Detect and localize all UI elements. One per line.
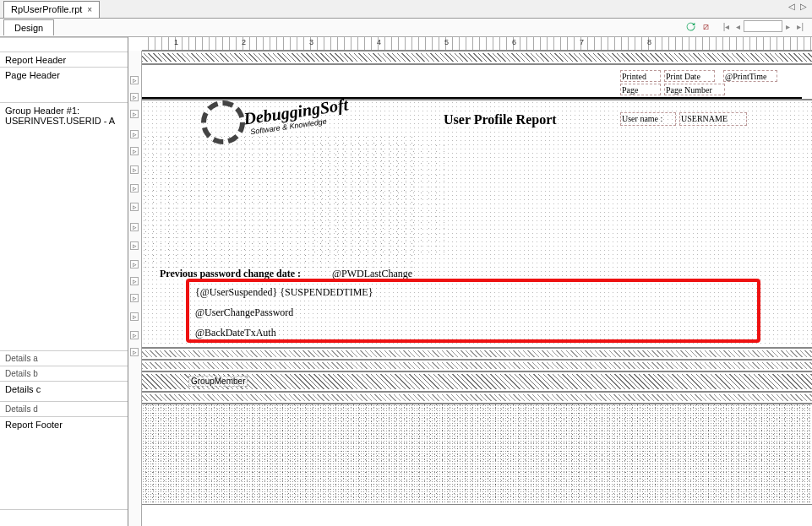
field-user-suspended[interactable]: {@UserSuspended} {SUSPENDEDTIME} — [194, 286, 373, 299]
section-sidebar: Report Header Page Header Group Header #… — [0, 37, 128, 526]
tab-prev-icon[interactable]: ◁ — [787, 2, 797, 11]
tab-nav: ◁ ▷ — [787, 2, 809, 11]
band-details-a[interactable] — [142, 348, 812, 360]
field-print-time[interactable]: @PrintTime — [723, 70, 777, 82]
band-page-header[interactable]: Printed Print Date @PrintTime Page Page … — [142, 64, 812, 100]
nav-last-icon[interactable]: ▸| — [793, 22, 807, 31]
sidebar-report-footer[interactable]: Report Footer — [0, 417, 128, 510]
horizontal-ruler[interactable]: 1 2 3 4 5 6 7 8 — [142, 37, 812, 51]
design-canvas-wrap: 1 2 3 4 5 6 7 8 ▹ ▹ ▹ ▹ ▹ ▹ ▹ ▹ ▹ ▹ ▹ ▹ … — [128, 37, 812, 526]
expand-icon[interactable]: ▹ — [130, 277, 139, 285]
expand-icon[interactable]: ▹ — [130, 223, 139, 231]
field-username-value[interactable]: USERNAME — [679, 112, 747, 126]
refresh-icon[interactable] — [684, 19, 698, 33]
field-page-label[interactable]: Page — [620, 84, 661, 95]
sidebar-details-c[interactable]: Details c — [0, 382, 128, 402]
band-group-header[interactable]: DebuggingSoft Software & Knowledge User … — [142, 100, 812, 348]
sidebar-report-header[interactable]: Report Header — [0, 52, 128, 68]
expand-icon[interactable]: ▹ — [130, 241, 139, 250]
expand-icon[interactable]: ▹ — [130, 294, 139, 302]
expand-icon[interactable]: ▹ — [130, 76, 139, 84]
sidebar-details-a[interactable]: Details a — [0, 351, 128, 366]
field-user-change-password[interactable]: @UserChangePassword — [194, 306, 294, 319]
preview-toolbar: ⧄ |◂ ◂ ▸ ▸| — [684, 19, 807, 33]
expand-icon[interactable]: ▹ — [130, 203, 139, 211]
page-number-input[interactable] — [744, 20, 782, 32]
line-object[interactable] — [142, 97, 802, 99]
expand-icon[interactable]: ▹ — [130, 260, 139, 268]
expand-icon[interactable]: ▹ — [130, 184, 139, 193]
field-print-date[interactable]: Print Date — [664, 70, 715, 82]
ruler-tick: 7 — [580, 38, 584, 46]
expand-icon[interactable]: ▹ — [130, 130, 139, 138]
expand-icon[interactable]: ▹ — [130, 147, 139, 155]
field-report-title[interactable]: User Profile Report — [443, 112, 558, 127]
tab-next-icon[interactable]: ▷ — [798, 2, 809, 11]
ruler-tick: 8 — [647, 38, 651, 46]
mode-tab-design[interactable]: Design — [3, 19, 54, 35]
nav-prev-icon[interactable]: ◂ — [733, 22, 744, 31]
band-report-footer[interactable] — [142, 404, 812, 505]
band-details-c[interactable]: GroupMember — [142, 371, 812, 392]
sidebar-details-d[interactable]: Details d — [0, 402, 128, 417]
sidebar-corner — [0, 37, 128, 52]
vertical-ruler[interactable]: ▹ ▹ ▹ ▹ ▹ ▹ ▹ ▹ ▹ ▹ ▹ ▹ ▹ ▹ ▹ ▹ — [128, 51, 142, 526]
noise-region — [311, 143, 446, 252]
close-icon[interactable]: × — [87, 5, 92, 14]
sidebar-page-header[interactable]: Page Header — [0, 68, 128, 103]
expand-icon[interactable]: ▹ — [130, 348, 139, 356]
ruler-tick: 3 — [309, 38, 313, 46]
expand-icon[interactable]: ▹ — [130, 312, 139, 321]
ruler-tick: 6 — [512, 38, 516, 46]
noise-region — [142, 404, 812, 506]
expand-icon[interactable]: ▹ — [130, 110, 139, 118]
band-details-b[interactable] — [142, 360, 812, 371]
nav-first-icon[interactable]: |◂ — [720, 22, 733, 31]
field-page-number[interactable]: Page Number — [664, 84, 725, 95]
field-printed-label[interactable]: Printed — [620, 70, 661, 82]
tab-filename: RpUserProfile.rpt — [11, 4, 82, 14]
document-tab-bar: RpUserProfile.rpt × ◁ ▷ — [0, 0, 812, 19]
band-report-header[interactable] — [142, 51, 812, 64]
field-username-label[interactable]: User name : — [620, 112, 676, 126]
mode-toolbar: Design ⧄ |◂ ◂ ▸ ▸| — [0, 19, 812, 37]
ruler-tick: 2 — [242, 38, 246, 46]
logo-gear-icon — [201, 100, 245, 144]
expand-icon[interactable]: ▹ — [130, 331, 139, 339]
band-details-d[interactable] — [142, 392, 812, 404]
field-backdate-tx-auth[interactable]: @BackDateTxAuth — [194, 327, 277, 339]
sidebar-group-header[interactable]: Group Header #1: USERINVEST.USERID - A — [0, 103, 128, 351]
ruler-tick: 1 — [174, 38, 178, 46]
design-canvas[interactable]: Printed Print Date @PrintTime Page Page … — [142, 51, 812, 526]
document-tab[interactable]: RpUserProfile.rpt × — [3, 1, 100, 18]
field-group-member[interactable]: GroupMember — [188, 376, 248, 387]
stop-icon[interactable]: ⧄ — [700, 19, 713, 33]
ruler-tick: 4 — [377, 38, 381, 46]
nav-next-icon[interactable]: ▸ — [782, 22, 793, 31]
expand-icon[interactable]: ▹ — [130, 93, 139, 101]
sidebar-details-b[interactable]: Details b — [0, 366, 128, 382]
expand-icon[interactable]: ▹ — [130, 165, 139, 174]
ruler-tick: 5 — [444, 38, 449, 46]
